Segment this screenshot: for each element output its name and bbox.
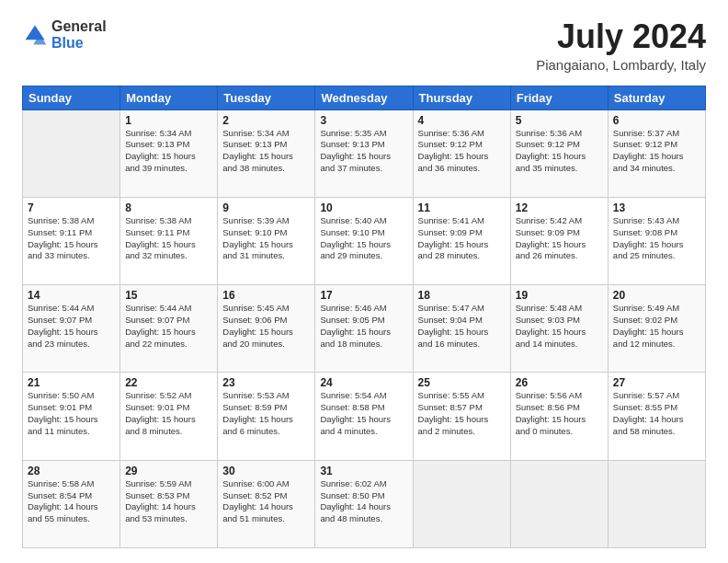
- day-number: 12: [516, 201, 603, 214]
- table-row: 25Sunrise: 5:55 AM Sunset: 8:57 PM Dayli…: [413, 373, 510, 460]
- table-row: 13Sunrise: 5:43 AM Sunset: 9:08 PM Dayli…: [608, 197, 705, 284]
- table-row: 7Sunrise: 5:38 AM Sunset: 9:11 PM Daylig…: [23, 197, 120, 284]
- table-row: 14Sunrise: 5:44 AM Sunset: 9:07 PM Dayli…: [23, 285, 120, 373]
- day-number: 2: [222, 114, 310, 127]
- table-row: 21Sunrise: 5:50 AM Sunset: 9:01 PM Dayli…: [23, 373, 120, 460]
- location-subtitle: Piangaiano, Lombardy, Italy: [536, 57, 706, 73]
- logo-blue-text: Blue: [51, 35, 107, 52]
- day-number: 3: [320, 114, 407, 127]
- calendar-week-2: 7Sunrise: 5:38 AM Sunset: 9:11 PM Daylig…: [23, 197, 706, 284]
- table-row: 27Sunrise: 5:57 AM Sunset: 8:55 PM Dayli…: [608, 373, 705, 460]
- day-number: 11: [418, 201, 506, 214]
- day-number: 14: [28, 289, 115, 302]
- day-number: 9: [222, 201, 310, 214]
- table-row: 31Sunrise: 6:02 AM Sunset: 8:50 PM Dayli…: [315, 460, 413, 547]
- day-number: 16: [222, 289, 310, 302]
- table-row: 4Sunrise: 5:36 AM Sunset: 9:12 PM Daylig…: [413, 109, 510, 197]
- calendar-table: Sunday Monday Tuesday Wednesday Thursday…: [22, 86, 706, 548]
- day-info: Sunrise: 5:36 AM Sunset: 9:12 PM Dayligh…: [418, 128, 506, 175]
- table-row: 8Sunrise: 5:38 AM Sunset: 9:11 PM Daylig…: [120, 197, 218, 284]
- table-row: 24Sunrise: 5:54 AM Sunset: 8:58 PM Dayli…: [315, 373, 413, 460]
- day-number: 8: [125, 201, 212, 214]
- header-monday: Monday: [120, 86, 218, 109]
- day-number: 30: [222, 465, 310, 477]
- day-number: 15: [125, 289, 212, 302]
- page-header: General Blue July 2024 Piangaiano, Lomba…: [22, 18, 706, 73]
- header-friday: Friday: [510, 86, 608, 109]
- day-number: 17: [320, 289, 407, 302]
- day-info: Sunrise: 5:48 AM Sunset: 9:03 PM Dayligh…: [516, 303, 603, 350]
- day-number: 19: [516, 289, 603, 302]
- day-number: 10: [320, 201, 407, 214]
- day-number: 31: [320, 465, 407, 477]
- header-tuesday: Tuesday: [218, 86, 315, 109]
- day-info: Sunrise: 5:38 AM Sunset: 9:11 PM Dayligh…: [125, 215, 212, 262]
- day-number: 20: [613, 289, 700, 302]
- day-number: 22: [125, 376, 212, 389]
- header-thursday: Thursday: [413, 86, 510, 109]
- table-row: 18Sunrise: 5:47 AM Sunset: 9:04 PM Dayli…: [413, 285, 510, 373]
- calendar-week-3: 14Sunrise: 5:44 AM Sunset: 9:07 PM Dayli…: [23, 285, 706, 373]
- day-number: 29: [125, 465, 212, 477]
- day-info: Sunrise: 5:43 AM Sunset: 9:08 PM Dayligh…: [613, 215, 700, 262]
- day-number: 21: [28, 376, 115, 389]
- day-info: Sunrise: 5:34 AM Sunset: 9:13 PM Dayligh…: [222, 128, 310, 175]
- day-number: 5: [516, 114, 603, 127]
- table-row: 5Sunrise: 5:36 AM Sunset: 9:12 PM Daylig…: [510, 109, 608, 197]
- day-number: 24: [320, 376, 407, 389]
- day-info: Sunrise: 5:52 AM Sunset: 9:01 PM Dayligh…: [125, 390, 212, 437]
- day-info: Sunrise: 6:00 AM Sunset: 8:52 PM Dayligh…: [222, 478, 310, 525]
- day-number: 28: [28, 465, 115, 477]
- logo-icon: [22, 22, 48, 48]
- table-row: 17Sunrise: 5:46 AM Sunset: 9:05 PM Dayli…: [315, 285, 413, 373]
- day-info: Sunrise: 5:49 AM Sunset: 9:02 PM Dayligh…: [613, 303, 700, 350]
- table-row: [413, 460, 510, 547]
- day-info: Sunrise: 5:57 AM Sunset: 8:55 PM Dayligh…: [613, 390, 700, 437]
- month-title: July 2024: [536, 18, 706, 55]
- day-info: Sunrise: 5:44 AM Sunset: 9:07 PM Dayligh…: [125, 303, 212, 350]
- day-number: 13: [613, 201, 700, 214]
- table-row: 1Sunrise: 5:34 AM Sunset: 9:13 PM Daylig…: [120, 109, 218, 197]
- day-info: Sunrise: 5:40 AM Sunset: 9:10 PM Dayligh…: [320, 215, 407, 262]
- day-info: Sunrise: 5:53 AM Sunset: 8:59 PM Dayligh…: [222, 390, 310, 437]
- calendar-week-5: 28Sunrise: 5:58 AM Sunset: 8:54 PM Dayli…: [23, 460, 706, 547]
- table-row: 26Sunrise: 5:56 AM Sunset: 8:56 PM Dayli…: [510, 373, 608, 460]
- day-info: Sunrise: 5:37 AM Sunset: 9:12 PM Dayligh…: [613, 128, 700, 175]
- day-number: 7: [28, 201, 115, 214]
- header-wednesday: Wednesday: [315, 86, 413, 109]
- calendar-header-row: Sunday Monday Tuesday Wednesday Thursday…: [23, 86, 706, 109]
- day-info: Sunrise: 5:34 AM Sunset: 9:13 PM Dayligh…: [125, 128, 212, 175]
- table-row: [23, 109, 120, 197]
- day-info: Sunrise: 5:58 AM Sunset: 8:54 PM Dayligh…: [28, 478, 115, 525]
- day-number: 25: [418, 376, 506, 389]
- day-number: 1: [125, 114, 212, 127]
- table-row: 2Sunrise: 5:34 AM Sunset: 9:13 PM Daylig…: [218, 109, 315, 197]
- table-row: 15Sunrise: 5:44 AM Sunset: 9:07 PM Dayli…: [120, 285, 218, 373]
- table-row: [510, 460, 608, 547]
- day-number: 6: [613, 114, 700, 127]
- day-number: 26: [516, 376, 603, 389]
- day-number: 23: [222, 376, 310, 389]
- day-info: Sunrise: 5:55 AM Sunset: 8:57 PM Dayligh…: [418, 390, 506, 437]
- day-number: 18: [418, 289, 506, 302]
- table-row: 3Sunrise: 5:35 AM Sunset: 9:13 PM Daylig…: [315, 109, 413, 197]
- table-row: 29Sunrise: 5:59 AM Sunset: 8:53 PM Dayli…: [120, 460, 218, 547]
- table-row: [608, 460, 705, 547]
- logo: General Blue: [22, 18, 107, 51]
- title-block: July 2024 Piangaiano, Lombardy, Italy: [536, 18, 706, 73]
- day-number: 4: [418, 114, 506, 127]
- day-info: Sunrise: 5:39 AM Sunset: 9:10 PM Dayligh…: [222, 215, 310, 262]
- table-row: 6Sunrise: 5:37 AM Sunset: 9:12 PM Daylig…: [608, 109, 705, 197]
- day-info: Sunrise: 5:44 AM Sunset: 9:07 PM Dayligh…: [28, 303, 115, 350]
- table-row: 9Sunrise: 5:39 AM Sunset: 9:10 PM Daylig…: [218, 197, 315, 284]
- day-info: Sunrise: 6:02 AM Sunset: 8:50 PM Dayligh…: [320, 478, 407, 525]
- table-row: 16Sunrise: 5:45 AM Sunset: 9:06 PM Dayli…: [218, 285, 315, 373]
- table-row: 10Sunrise: 5:40 AM Sunset: 9:10 PM Dayli…: [315, 197, 413, 284]
- day-info: Sunrise: 5:59 AM Sunset: 8:53 PM Dayligh…: [125, 478, 212, 525]
- calendar-week-1: 1Sunrise: 5:34 AM Sunset: 9:13 PM Daylig…: [23, 109, 706, 197]
- day-info: Sunrise: 5:42 AM Sunset: 9:09 PM Dayligh…: [516, 215, 603, 262]
- table-row: 19Sunrise: 5:48 AM Sunset: 9:03 PM Dayli…: [510, 285, 608, 373]
- day-number: 27: [613, 376, 700, 389]
- day-info: Sunrise: 5:47 AM Sunset: 9:04 PM Dayligh…: [418, 303, 506, 350]
- table-row: 22Sunrise: 5:52 AM Sunset: 9:01 PM Dayli…: [120, 373, 218, 460]
